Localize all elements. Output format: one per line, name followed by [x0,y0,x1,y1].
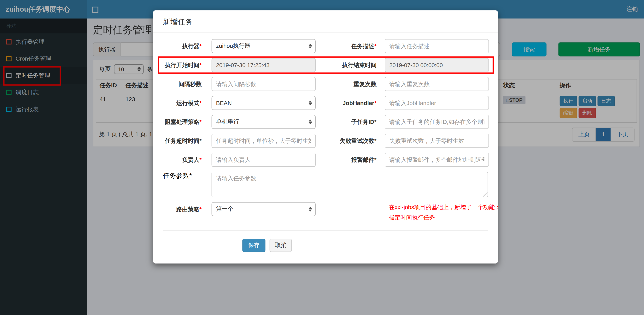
executor-label: 执行器* [163,39,212,53]
modal-header: 新增任务 [153,10,498,33]
alarm-email-input[interactable] [385,153,489,167]
modal-footer: 保存 取消 [163,230,488,263]
executor-select-value: zuihou执行器 [216,42,250,50]
repeat-label: 重复次数 [316,77,385,91]
retry-input[interactable] [385,134,489,148]
retry-label: 失败重试次数* [316,134,385,148]
jobhandler-label: JobHandler* [316,96,385,110]
child-task-label: 子任务ID* [316,115,385,129]
modal-form: 执行器* zuihou执行器 任务描述* 执行开始时间* 2019-07-30 … [153,33,498,263]
owner-input[interactable] [212,153,316,167]
start-time-input[interactable]: 2019-07-30 17:25:43 [212,58,316,72]
run-mode-label: 运行模式* [163,96,212,110]
end-time-label: 执行结束时间 [316,58,385,72]
start-time-label: 执行开始时间* [163,58,212,72]
task-desc-label: 任务描述* [316,39,385,53]
task-desc-input[interactable] [385,39,489,53]
interval-input[interactable] [212,77,316,91]
executor-select[interactable]: zuihou执行器 [212,39,316,53]
interval-label: 间隔秒数 [163,77,212,91]
feature-note-line1: 在xxl-jobs项目的基础上，新增了一个功能： [389,202,489,212]
select-arrows-icon [309,119,312,124]
task-params-label: 任务参数* [163,172,212,197]
run-mode-value: BEAN [216,100,232,106]
select-arrows-icon [309,207,312,212]
route-strategy-value: 第一个 [216,205,233,213]
save-button[interactable]: 保存 [242,239,265,252]
task-params-textarea[interactable] [212,172,488,197]
select-arrows-icon [309,44,312,49]
run-mode-select[interactable]: BEAN [212,96,316,110]
end-time-input[interactable]: 2019-07-30 00:00:00 [385,58,489,72]
repeat-input[interactable] [385,77,489,91]
timeout-input[interactable] [212,134,316,148]
route-strategy-select[interactable]: 第一个 [212,202,316,216]
child-task-input[interactable] [385,115,489,129]
block-strategy-select[interactable]: 单机串行 [212,115,316,129]
feature-note: 在xxl-jobs项目的基础上，新增了一个功能： 指定时间执行任务 [385,202,489,223]
select-arrows-icon [309,100,312,105]
cancel-button[interactable]: 取消 [270,239,292,252]
modal-title: 新增任务 [163,18,192,26]
timeout-label: 任务超时时间* [163,134,212,148]
owner-label: 负责人* [163,153,212,167]
jobhandler-input[interactable] [385,96,489,110]
block-strategy-value: 单机串行 [216,118,239,126]
block-strategy-label: 阻塞处理策略* [163,115,212,129]
alarm-email-label: 报警邮件* [316,153,385,167]
route-strategy-label: 路由策略* [163,202,212,223]
feature-note-line2: 指定时间执行任务 [389,212,489,223]
app-root: zuihou任务调度中心 注销 导航 执行器管理 Cron任务管理 定时任务管理… [0,0,644,315]
add-task-modal: 新增任务 执行器* zuihou执行器 任务描述* 执行开始时间* 2019-0… [153,10,498,263]
